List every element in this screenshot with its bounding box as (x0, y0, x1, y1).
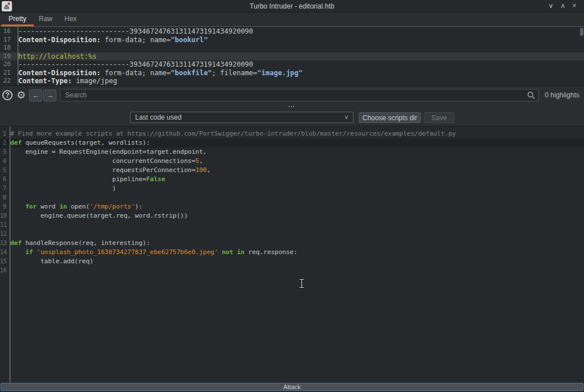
code-text: ---------------------------3934672476313… (15, 27, 253, 36)
code-text: Content-Type: image/jpeg (15, 77, 117, 85)
code-text: Content-Disposition: form-data; name="bo… (15, 69, 303, 77)
code-text: engine = RequestEngine(endpoint=target.e… (8, 148, 206, 157)
gutter-separator (18, 27, 18, 85)
code-line-20: 20---------------------------39346724763… (0, 60, 584, 69)
attack-bar: Attack (0, 382, 584, 392)
code-line-18: 18 (0, 44, 584, 52)
line-number: 10 (0, 211, 8, 220)
line-number: 17 (0, 36, 15, 44)
script-select-dropdown[interactable]: Last code used ∨ (130, 112, 354, 123)
save-button[interactable]: Save (424, 112, 455, 123)
highlights-count: 0 highlights (545, 86, 579, 105)
line-number: 5 (0, 166, 8, 175)
code-line-19: 19http://localhost:%s (0, 52, 584, 61)
line-number: 6 (0, 175, 8, 184)
code-line-12: 12 (0, 230, 584, 239)
line-number: 7 (0, 184, 8, 193)
search-icon[interactable] (527, 91, 536, 102)
line-number: 3 (0, 148, 8, 157)
line-number: 9 (0, 202, 8, 211)
line-number: 22 (0, 77, 15, 85)
code-line-21: 21Content-Disposition: form-data; name="… (0, 69, 584, 77)
next-match-button[interactable]: → (43, 89, 56, 101)
code-line-9: 9 for word in open('/tmp/ports'): (0, 202, 584, 211)
code-line-15: 15 table.add(req) (0, 257, 584, 266)
search-field[interactable] (60, 89, 539, 101)
tab-hex[interactable]: Hex (57, 13, 84, 26)
code-text: ) (8, 184, 116, 193)
title-bar: Turbo Intruder - editorial.htb ∨ ∧ × (0, 0, 584, 13)
code-text: ---------------------------3934672476313… (15, 60, 253, 69)
attack-button[interactable]: Attack (1, 383, 583, 391)
line-number: 8 (0, 193, 8, 202)
code-text: pipeline=False (8, 175, 165, 184)
line-number: 20 (0, 60, 15, 69)
line-number: 16 (0, 266, 8, 275)
code-line-4: 4 concurrentConnections=5, (0, 157, 584, 166)
minimize-icon[interactable]: ∨ (545, 0, 557, 13)
code-text: for word in open('/tmp/ports'): (8, 202, 143, 211)
search-input[interactable] (60, 89, 524, 101)
help-icon[interactable]: ? (2, 90, 13, 100)
line-number: 16 (0, 27, 15, 36)
code-text: def queueRequests(target, wordlists): (8, 138, 150, 148)
line-number: 19 (0, 52, 15, 61)
gutter-separator (10, 126, 10, 382)
code-text: http://localhost:%s (15, 52, 96, 61)
previous-match-button[interactable]: ← (29, 89, 42, 101)
window-title: Turbo Intruder - editorial.htb (0, 0, 584, 13)
code-line-14: 14 if 'unsplash_photo_1630734277837_ebe6… (0, 248, 584, 257)
code-text: requestsPerConnection=100, (8, 166, 210, 175)
script-toolbar: Last code used ∨ Choose scripts dir Save (0, 104, 584, 126)
line-number: 15 (0, 257, 8, 266)
code-line-16: 16---------------------------39346724763… (0, 27, 584, 36)
code-line-17: 17Content-Disposition: form-data; name="… (0, 36, 584, 44)
code-text: table.add(req) (8, 257, 94, 266)
code-line-11: 11 (0, 220, 584, 230)
close-icon[interactable]: × (569, 0, 580, 13)
message-editor-tab-bar: Pretty Raw Hex \n (0, 13, 584, 26)
code-line-16: 16 (0, 266, 584, 275)
code-line-2: 2def queueRequests(target, wordlists): (0, 138, 584, 148)
code-line-7: 7 ) (0, 184, 584, 193)
code-text: engine.queue(target.req, word.rstrip()) (8, 211, 188, 220)
tab-pretty[interactable]: Pretty (1, 13, 34, 26)
code-text: # Find more example scripts at https://g… (8, 129, 456, 138)
code-text: concurrentConnections=5, (8, 157, 203, 166)
search-toolbar: ? ⚙ ← → 0 highlights (0, 85, 584, 104)
line-number: 2 (0, 138, 8, 148)
script-select-value: Last code used (135, 113, 181, 121)
line-number: 1 (0, 129, 8, 138)
text-cursor-pointer (298, 279, 305, 291)
tab-raw[interactable]: Raw (31, 13, 60, 26)
choose-scripts-dir-button[interactable]: Choose scripts dir (359, 112, 421, 123)
line-number: 18 (0, 44, 15, 52)
code-line-22: 22Content-Type: image/jpeg (0, 77, 584, 85)
code-text: def handleResponse(req, interesting): (8, 239, 150, 248)
chevron-down-icon: ∨ (344, 112, 348, 122)
line-number: 13 (0, 239, 8, 248)
line-number: 4 (0, 157, 8, 166)
code-text: if 'unsplash_photo_1630734277837_ebe6275… (8, 248, 297, 257)
code-line-1: 1# Find more example scripts at https://… (0, 129, 584, 138)
line-number: 12 (0, 230, 8, 239)
scrollbar-thumb[interactable] (580, 28, 583, 36)
code-line-5: 5 requestsPerConnection=100, (0, 166, 584, 175)
code-line-8: 8 (0, 193, 584, 202)
splitter-handle-icon[interactable] (288, 105, 296, 108)
line-number: 21 (0, 69, 15, 77)
code-line-13: 13def handleResponse(req, interesting): (0, 239, 584, 248)
code-text: Content-Disposition: form-data; name="bo… (15, 36, 208, 44)
line-number: 14 (0, 248, 8, 257)
request-editor[interactable]: 16---------------------------39346724763… (0, 26, 584, 85)
code-line-3: 3 engine = RequestEngine(endpoint=target… (0, 148, 584, 157)
maximize-icon[interactable]: ∧ (557, 0, 569, 13)
gear-icon[interactable]: ⚙ (15, 89, 27, 101)
code-line-10: 10 engine.queue(target.req, word.rstrip(… (0, 211, 584, 220)
script-editor[interactable]: 1# Find more example scripts at https://… (0, 126, 584, 382)
line-number: 11 (0, 220, 8, 230)
code-line-6: 6 pipeline=False (0, 175, 584, 184)
